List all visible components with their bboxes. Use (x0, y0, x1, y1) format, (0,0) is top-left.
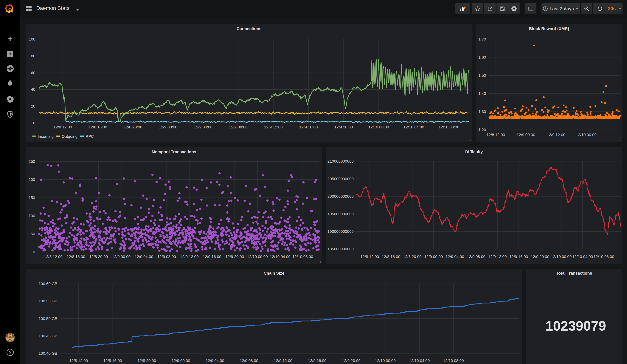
svg-text:12/9 04:00: 12/9 04:00 (446, 255, 464, 259)
svg-text:1.60: 1.60 (478, 55, 486, 59)
svg-text:12/9 16:00: 12/9 16:00 (308, 358, 326, 363)
svg-text:12/9 04:00: 12/9 04:00 (135, 255, 153, 259)
svg-text:12/8 12:00: 12/8 12:00 (486, 133, 505, 137)
svg-text:12/10 08:00: 12/10 08:00 (292, 255, 313, 259)
svg-text:1.20: 1.20 (478, 127, 486, 132)
svg-text:12/8 16:00: 12/8 16:00 (382, 255, 400, 259)
svg-text:12/9 08:00: 12/9 08:00 (157, 255, 176, 259)
svg-text:12/10 04:00: 12/10 04:00 (270, 255, 291, 259)
svg-text:12/10 08:00: 12/10 08:00 (439, 125, 459, 129)
svg-text:12/9 20:00: 12/9 20:00 (342, 358, 360, 363)
svg-text:12/10 04:00: 12/10 04:00 (572, 255, 593, 259)
svg-text:12/9 20:00: 12/9 20:00 (225, 255, 244, 259)
svg-text:12/9 20:00: 12/9 20:00 (334, 125, 353, 129)
svg-text:12/10 08:00: 12/10 08:00 (443, 358, 464, 363)
svg-text:12/8 20:00: 12/8 20:00 (403, 255, 421, 259)
svg-text:0: 0 (33, 250, 35, 254)
svg-text:1.30: 1.30 (478, 109, 486, 114)
svg-text:12/9 20:00: 12/9 20:00 (531, 255, 549, 259)
svg-text:100.60 GB: 100.60 GB (39, 281, 57, 286)
svg-text:12/8 12:00: 12/8 12:00 (69, 358, 88, 363)
svg-text:100.45 GB: 100.45 GB (39, 334, 57, 338)
svg-text:12/8 20:00: 12/8 20:00 (137, 358, 156, 363)
svg-text:1.70: 1.70 (478, 37, 486, 41)
svg-text:185000000000: 185000000000 (327, 247, 354, 251)
svg-text:12/10 00:00: 12/10 00:00 (576, 133, 597, 137)
svg-text:12/8 16:00: 12/8 16:00 (67, 255, 85, 259)
svg-text:100.55 GB: 100.55 GB (39, 299, 57, 303)
svg-text:12/9 12:00: 12/9 12:00 (180, 255, 199, 259)
svg-text:12/9 00:00: 12/9 00:00 (517, 133, 535, 137)
svg-text:?: ? (9, 350, 11, 355)
svg-text:12/8 12:00: 12/8 12:00 (44, 255, 62, 259)
svg-text:20: 20 (31, 104, 35, 108)
svg-text:Outgoing: Outgoing (62, 134, 77, 139)
svg-text:60: 60 (31, 71, 35, 75)
svg-text:12/9 16:00: 12/9 16:00 (203, 255, 221, 259)
svg-text:12/9 16:00: 12/9 16:00 (299, 125, 318, 129)
svg-text:12/9 08:00: 12/9 08:00 (229, 125, 247, 129)
svg-text:12/9 08:00: 12/9 08:00 (240, 358, 258, 363)
svg-text:Incoming: Incoming (38, 134, 53, 139)
svg-text:12/9 00:00: 12/9 00:00 (424, 255, 443, 259)
svg-text:12/8 12:00: 12/8 12:00 (53, 125, 72, 129)
svg-text:12/10 08:00: 12/10 08:00 (594, 255, 614, 259)
svg-text:1.50: 1.50 (478, 73, 486, 77)
svg-text:12/8 16:00: 12/8 16:00 (104, 358, 122, 363)
svg-text:205000000000: 205000000000 (327, 177, 354, 181)
svg-text:12/8 20:00: 12/8 20:00 (124, 125, 142, 129)
svg-text:190000000000: 190000000000 (327, 229, 354, 234)
svg-text:12/9 12:00: 12/9 12:00 (274, 358, 292, 363)
svg-text:195000000000: 195000000000 (327, 212, 354, 216)
svg-text:12/10 04:00: 12/10 04:00 (409, 358, 430, 363)
svg-text:12/10 00:00: 12/10 00:00 (375, 358, 396, 363)
svg-text:12/9 12:00: 12/9 12:00 (264, 125, 282, 129)
svg-text:12/9 04:00: 12/9 04:00 (206, 358, 224, 363)
svg-text:1.40: 1.40 (478, 91, 486, 96)
svg-text:100.40 GB: 100.40 GB (39, 351, 57, 355)
svg-text:200: 200 (29, 177, 35, 182)
svg-text:12/10 00:00: 12/10 00:00 (551, 255, 572, 259)
svg-text:200000000000: 200000000000 (327, 194, 354, 199)
svg-text:100: 100 (29, 213, 35, 218)
svg-text:12/9 00:00: 12/9 00:00 (159, 125, 177, 129)
svg-text:12/9 00:00: 12/9 00:00 (172, 358, 190, 363)
svg-text:12/9 12:00: 12/9 12:00 (547, 133, 565, 137)
svg-text:100.50 GB: 100.50 GB (39, 316, 57, 321)
svg-text:12/10 00:00: 12/10 00:00 (247, 255, 268, 259)
svg-text:50: 50 (31, 232, 35, 236)
svg-text:100: 100 (29, 37, 35, 41)
svg-text:250: 250 (29, 159, 35, 163)
svg-text:12/8 20:00: 12/8 20:00 (89, 255, 108, 259)
svg-text:12/10 04:00: 12/10 04:00 (404, 125, 424, 129)
svg-text:80: 80 (31, 54, 35, 58)
svg-text:40: 40 (31, 87, 35, 92)
svg-text:12/9 04:00: 12/9 04:00 (194, 125, 212, 129)
svg-text:12/10 00:00: 12/10 00:00 (368, 125, 389, 129)
svg-text:12/8 16:00: 12/8 16:00 (89, 125, 107, 129)
svg-text:210000000000: 210000000000 (327, 159, 354, 163)
svg-text:12/9 16:00: 12/9 16:00 (509, 255, 528, 259)
svg-text:150: 150 (29, 196, 35, 200)
svg-text:12/9 00:00: 12/9 00:00 (112, 255, 131, 259)
svg-text:12/9 12:00: 12/9 12:00 (488, 255, 507, 259)
svg-text:12/8 12:00: 12/8 12:00 (360, 255, 379, 259)
svg-text:RPC: RPC (86, 134, 94, 139)
svg-text:12/9 08:00: 12/9 08:00 (467, 255, 485, 259)
svg-text:0: 0 (33, 121, 35, 125)
